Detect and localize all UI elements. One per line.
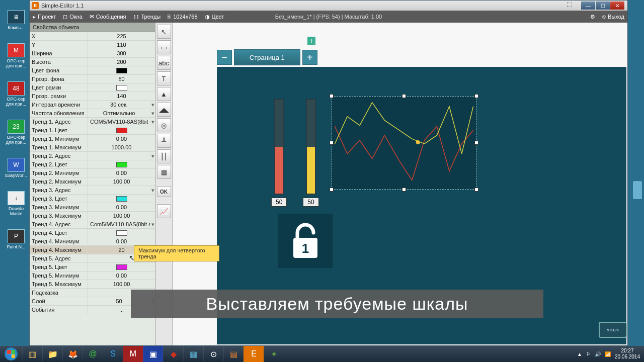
taskbar-item[interactable]: 📁 <box>42 346 62 362</box>
resize-handle[interactable] <box>402 188 406 192</box>
prop-row-t2max[interactable]: Тренд 2. Максимум100.00 <box>30 177 155 186</box>
prop-row-width[interactable]: Ширина300 <box>30 49 155 58</box>
tool-label[interactable]: abc <box>157 56 171 70</box>
resize-handle[interactable] <box>330 94 334 98</box>
prop-row-borderalpha[interactable]: Прозр. рамки140 <box>30 92 155 101</box>
color-swatch[interactable] <box>116 162 127 167</box>
desktop-icon[interactable]: 23OPC-сер для при... <box>4 120 28 145</box>
tool-panel[interactable]: ▦ <box>157 165 171 179</box>
desktop-icon[interactable]: 🖥Компь... <box>4 10 28 30</box>
prop-row-height[interactable]: Высота200 <box>30 58 155 66</box>
tool-text[interactable]: T <box>157 71 171 85</box>
desktop-icon[interactable]: ↓Downlo Maste <box>4 191 28 216</box>
prop-row-t1color[interactable]: Тренд 1. Цвет <box>30 126 155 135</box>
menu-color[interactable]: ◑ Цвет <box>205 14 224 20</box>
close-button[interactable]: ✕ <box>610 2 624 10</box>
menu-messages[interactable]: ✉ Сообщения <box>90 14 126 20</box>
tray-icon[interactable]: 📶 <box>605 351 611 357</box>
tool-ok[interactable]: OK <box>157 186 171 197</box>
prop-row-bgalpha[interactable]: Прозр. фона80 <box>30 75 155 83</box>
taskbar-item[interactable]: ▥ <box>22 346 42 362</box>
tool-gauge[interactable]: ◎ <box>157 118 171 132</box>
clock[interactable]: 20:27 20.06.2014 <box>615 348 640 360</box>
menu-exit[interactable]: ⎋ Выход <box>602 14 624 20</box>
taskbar-item[interactable]: ✦ <box>264 346 284 362</box>
minimize-button[interactable]: — <box>581 2 595 10</box>
tool-rect[interactable]: ▭ <box>157 40 171 54</box>
tool-pipe[interactable]: ╨ <box>157 134 171 148</box>
prop-row-t4min[interactable]: Тренд 4. Минимум0.00 <box>30 237 155 246</box>
tool-image[interactable]: ▲ <box>157 87 171 101</box>
menu-project[interactable]: ▸ Проект <box>33 14 56 20</box>
prop-row-t1min[interactable]: Тренд 1. Минимум0.00 <box>30 135 155 143</box>
tool-shape[interactable]: ◢◣ <box>157 103 171 117</box>
menu-resolution[interactable]: ⎘ 1024x768 <box>168 14 197 20</box>
taskbar-item[interactable]: @ <box>83 346 103 362</box>
resize-handle[interactable] <box>330 188 334 192</box>
taskbar-item[interactable]: S <box>103 346 123 362</box>
taskbar-item[interactable]: ▤ <box>223 346 244 362</box>
taskbar-item[interactable]: E <box>244 346 264 362</box>
add-row-button[interactable]: + <box>307 37 315 45</box>
color-swatch[interactable] <box>116 230 127 236</box>
titlebar[interactable]: E Simple-Editor 1.1 ⛶ — ☐ ✕ <box>30 1 627 11</box>
taskbar-item[interactable]: ▣ <box>143 346 163 362</box>
taskbar-item[interactable]: M <box>123 346 143 362</box>
side-widget[interactable] <box>633 181 642 199</box>
prop-row-t5color[interactable]: Тренд 5. Цвет <box>30 263 155 272</box>
system-tray[interactable]: ▲ ⚐ 🔊 📶 20:27 20.06.2014 <box>577 348 644 360</box>
maximize-button[interactable]: ☐ <box>596 2 610 10</box>
prop-row-bordercolor[interactable]: Цвет рамки <box>30 83 155 92</box>
tool-chart[interactable]: 📈 <box>157 204 171 218</box>
desktop-icon[interactable]: 48OPC-сер для при... <box>4 81 28 107</box>
color-swatch[interactable] <box>116 68 127 73</box>
prop-row-interval[interactable]: Интервал времени30 сек.▾ <box>30 101 155 109</box>
start-button[interactable] <box>0 346 22 362</box>
prop-row-bgcolor[interactable]: Цвет фона <box>30 66 155 75</box>
prop-row-x[interactable]: X225 <box>30 32 155 41</box>
tool-slider[interactable]: ⎮⎮ <box>157 149 171 163</box>
desktop-icon[interactable]: MOPC-сер для при... <box>4 43 28 68</box>
bar-gauge-2[interactable] <box>306 99 316 195</box>
prop-row-y[interactable]: Y110 <box>30 41 155 49</box>
trend-chart-object[interactable] <box>332 96 476 190</box>
prop-row-t4addr[interactable]: Тренд 4. АдресCom5/MV110-8AS(8bit adr=▾ <box>30 220 155 229</box>
desktop-icon[interactable]: PPaint.N... <box>4 229 28 249</box>
prop-row-t2addr[interactable]: Тренд 2. Адрес▾ <box>30 152 155 160</box>
taskbar-item[interactable]: ◆ <box>163 346 183 362</box>
tray-icon[interactable]: ⚐ <box>586 351 591 357</box>
tab-add-button[interactable]: + <box>302 50 317 65</box>
prop-row-t1addr[interactable]: Тренд 1. АдресCOM5/MV110-8AS(8bit adr=▾ <box>30 118 155 126</box>
prop-row-t4color[interactable]: Тренд 4. Цвет <box>30 229 155 237</box>
color-swatch[interactable] <box>116 128 127 133</box>
resize-handle[interactable] <box>474 141 478 145</box>
prop-row-t3max[interactable]: Тренд 3. Максимум100.00 <box>30 212 155 220</box>
resize-handle[interactable] <box>402 94 406 98</box>
resize-handle[interactable] <box>330 141 334 145</box>
prop-row-t5min[interactable]: Тренд 5. Минимум0.00 <box>30 272 155 280</box>
prop-row-t2color[interactable]: Тренд 2. Цвет <box>30 160 155 169</box>
prop-row-t5max[interactable]: Тренд 5. Максимум100.00 <box>30 280 155 289</box>
prop-row-updfreq[interactable]: Частота обновленияОптимально▾ <box>30 109 155 118</box>
prop-row-t2min[interactable]: Тренд 2. Минимум0.00 <box>30 169 155 177</box>
resize-handle[interactable] <box>474 188 478 192</box>
lock-widget[interactable]: 1 <box>278 214 333 268</box>
resize-handle[interactable] <box>474 94 478 98</box>
bar-gauge-1[interactable] <box>274 99 284 195</box>
tray-icon[interactable]: 🔊 <box>595 351 601 357</box>
tray-icon[interactable]: ▲ <box>577 351 582 357</box>
prop-row-t1max[interactable]: Тренд 1. Максимум1000.00 <box>30 143 155 152</box>
taskbar-item[interactable]: ⊙ <box>203 346 223 362</box>
color-swatch[interactable] <box>116 196 127 202</box>
menu-windows[interactable]: ◻ Окна <box>63 14 83 20</box>
taskbar-item[interactable]: ▦ <box>183 346 203 362</box>
prop-row-t3min[interactable]: Тренд 3. Минимум0.00 <box>30 203 155 212</box>
desktop-icon[interactable]: WEasyWor... <box>4 158 28 178</box>
prop-row-t3addr[interactable]: Тренд 3. Адрес▾ <box>30 186 155 195</box>
network-widget[interactable]: 5 KB/s <box>599 322 627 338</box>
color-swatch[interactable] <box>116 85 127 90</box>
tool-cursor[interactable]: ↖ <box>157 25 171 39</box>
menu-settings[interactable]: ⚙ <box>590 14 595 20</box>
tab-remove-button[interactable]: − <box>217 50 232 65</box>
prop-row-t3color[interactable]: Тренд 3. Цвет <box>30 195 155 203</box>
